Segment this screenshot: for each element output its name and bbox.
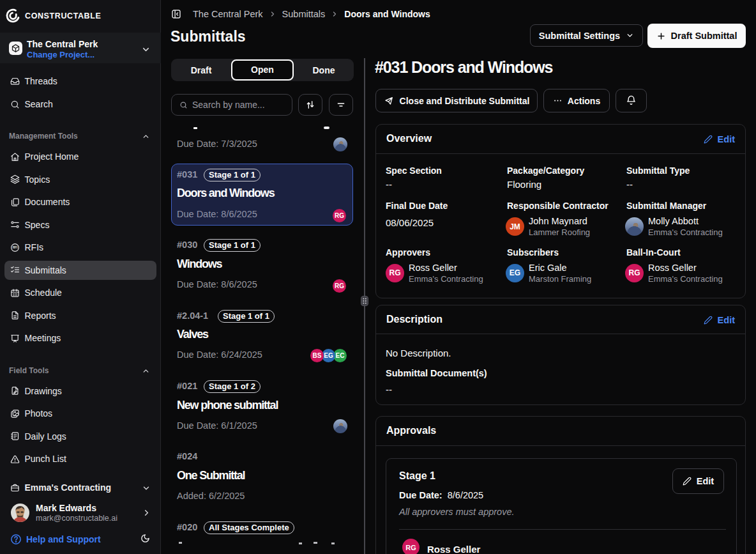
svg-text:RFI: RFI (12, 246, 17, 249)
